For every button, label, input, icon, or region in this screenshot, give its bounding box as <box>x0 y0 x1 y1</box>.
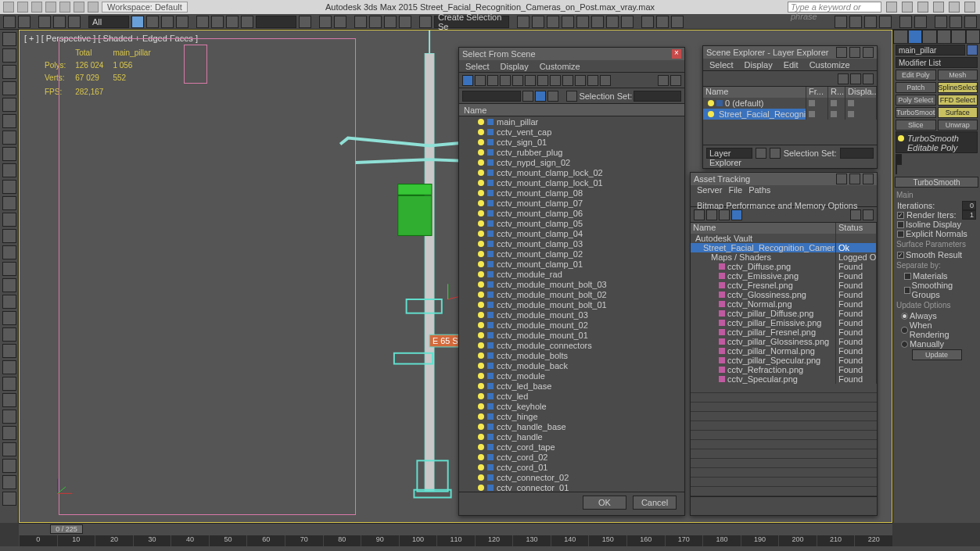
sfs-item[interactable]: cctv_nypd_sign_02 <box>459 157 684 167</box>
chk-materials[interactable] <box>904 273 911 280</box>
at-col-name[interactable]: Name <box>691 223 836 234</box>
at-asset-row[interactable]: cctv_pillar_Glossiness.pngFound <box>691 337 877 346</box>
sfs-item[interactable]: cctv_led <box>459 391 684 401</box>
at-tree-icon[interactable] <box>706 209 717 220</box>
compound-icon[interactable] <box>2 213 16 227</box>
sfs-item[interactable]: cctv_mount_clamp_06 <box>459 208 684 218</box>
at-asset-row[interactable]: Maps / ShadersLogged O <box>691 252 877 262</box>
btn-turbosmooth[interactable]: TurboSmooth <box>896 107 936 118</box>
maximize-button[interactable] <box>949 2 960 13</box>
at-asset-row[interactable]: Street_Facial_Recognition_Cameras_on_Pos… <box>691 243 877 252</box>
rollout-turbosmooth[interactable]: TurboSmooth <box>895 177 978 188</box>
se-max-icon[interactable] <box>849 47 860 58</box>
xy-constraint-icon[interactable] <box>879 16 892 28</box>
collapse-icon[interactable] <box>2 147 16 161</box>
pivot-center-icon[interactable] <box>299 16 311 28</box>
scene-explorer-toggle-icon[interactable] <box>562 16 574 28</box>
material-editor-icon[interactable] <box>621 16 634 28</box>
sfs-item[interactable]: cctv_cord_02 <box>459 452 684 462</box>
btn-unwrap[interactable]: Unwrap UVW <box>938 120 978 131</box>
selection-lock-icon[interactable] <box>419 16 432 28</box>
chk-isoline[interactable] <box>897 221 904 228</box>
angle-snap-icon[interactable] <box>369 16 382 28</box>
se-layer-row[interactable]: 0 (default) <box>703 98 877 109</box>
ref-coord-dropdown[interactable] <box>256 16 296 28</box>
sfs-item[interactable]: cctv_module_mount_bolt_03 <box>459 279 684 289</box>
at-asset-row[interactable]: cctv_Refraction.pngFound <box>691 365 877 374</box>
sfs-lights-icon[interactable] <box>500 75 511 86</box>
help-search-input[interactable]: Type a keyword or phrase <box>788 2 881 13</box>
chk-render-iters[interactable] <box>897 212 904 219</box>
sfs-item[interactable]: cctv_module_mount_03 <box>459 309 684 320</box>
se-col-display[interactable]: Displa... <box>845 87 877 98</box>
close-button[interactable] <box>964 2 975 13</box>
se-addto-icon[interactable] <box>863 73 874 84</box>
snap-toggle-icon[interactable] <box>354 16 367 28</box>
manipulate-icon[interactable] <box>319 16 332 28</box>
iterations-spinner[interactable]: 0 <box>962 201 976 210</box>
sfs-item[interactable]: cctv_module_mount_bolt_01 <box>459 299 684 309</box>
exchange-icon[interactable] <box>902 2 913 13</box>
sfs-item[interactable]: cctv_module_back <box>459 360 684 370</box>
sfs-display-all-icon[interactable] <box>462 75 473 86</box>
placement-icon[interactable] <box>241 16 253 28</box>
particle-icon[interactable] <box>2 229 16 243</box>
shape-icon[interactable] <box>2 196 16 210</box>
btn-spline-select[interactable]: SplineSelect <box>938 82 978 93</box>
sfs-item[interactable]: cctv_mount_clamp_03 <box>459 238 684 249</box>
sfs-item[interactable]: cctv_module_rad <box>459 269 684 279</box>
sfs-item[interactable]: cctv_module_connectors <box>459 340 684 350</box>
light-lister-icon[interactable] <box>2 98 16 112</box>
nurbs-icon[interactable] <box>2 262 16 276</box>
keyboard-shortcut-icon[interactable] <box>334 16 346 28</box>
sfs-menu-customize[interactable]: Customize <box>540 62 580 71</box>
sfs-item[interactable]: cctv_module_mount_bolt_02 <box>459 289 684 299</box>
fluid-icon[interactable] <box>2 393 16 407</box>
populate-icon[interactable] <box>2 492 16 506</box>
object-name-field[interactable]: main_pillar <box>896 45 965 55</box>
sfs-groups-icon[interactable] <box>550 75 561 86</box>
rotate-icon[interactable] <box>211 16 224 28</box>
at-options-icon[interactable] <box>863 209 874 220</box>
sfs-item[interactable]: cctv_mount_clamp_08 <box>459 188 684 198</box>
sfs-xrefs-icon[interactable] <box>562 75 573 86</box>
render-iters-spinner[interactable]: 1 <box>962 210 976 220</box>
sfs-geometry-icon[interactable] <box>475 75 486 86</box>
redo-icon[interactable] <box>18 16 31 28</box>
sfs-col-name[interactable]: Name <box>464 106 486 115</box>
at-asset-row[interactable]: cctv_pillar_Emissive.pngFound <box>691 318 877 327</box>
at-asset-row[interactable]: cctv_pillar_Normal.pngFound <box>691 346 877 356</box>
at-asset-row[interactable]: cctv_Emissive.pngFound <box>691 271 877 281</box>
link-icon[interactable] <box>38 16 51 28</box>
bone-icon[interactable] <box>2 327 16 342</box>
sfs-filter-icon[interactable] <box>658 75 669 86</box>
modifier-list-dropdown[interactable]: Modifier List <box>896 57 978 68</box>
bulb-icon[interactable] <box>898 135 904 141</box>
asset-tracking-dialog[interactable]: Asset Tracking ServerFilePathsBitmap Per… <box>690 172 878 516</box>
sfs-item[interactable]: cctv_module <box>459 370 684 381</box>
se-pin-icon[interactable] <box>756 148 766 159</box>
at-close-icon[interactable] <box>863 174 874 184</box>
at-status-legend-icon[interactable] <box>850 209 861 220</box>
se-selset-dropdown[interactable] <box>840 148 874 159</box>
cat-icon[interactable] <box>2 442 16 456</box>
sfs-item[interactable]: cctv_cord_01 <box>459 462 684 472</box>
ribbon-toggle-icon[interactable] <box>576 16 589 28</box>
sfs-spacewarps-icon[interactable] <box>537 75 548 86</box>
workspace-dropdown[interactable]: Workspace: Default <box>102 2 188 13</box>
motion-tab-icon[interactable] <box>937 30 952 44</box>
select-from-scene-dialog[interactable]: Select From Scene × SelectDisplayCustomi… <box>458 47 685 516</box>
sfs-item[interactable]: main_pillar <box>459 116 684 127</box>
se-layer-tree[interactable]: 0 (default)Street_Facial_Recognition_Cam… <box>703 98 877 145</box>
sfs-cameras-icon[interactable] <box>512 75 523 86</box>
sfs-menu-select[interactable]: Select <box>465 62 490 71</box>
scale-icon[interactable] <box>226 16 239 28</box>
sfs-selset-dropdown[interactable] <box>634 91 681 102</box>
chk-smoothing-groups[interactable] <box>904 287 910 294</box>
systems-icon[interactable] <box>2 344 16 358</box>
render-icon[interactable] <box>671 16 684 28</box>
time-slider-thumb[interactable]: 0 / 225 <box>50 524 83 534</box>
qat-undo-icon[interactable] <box>59 2 70 13</box>
at-min-icon[interactable] <box>836 174 847 184</box>
autogrid-icon[interactable] <box>899 16 912 28</box>
